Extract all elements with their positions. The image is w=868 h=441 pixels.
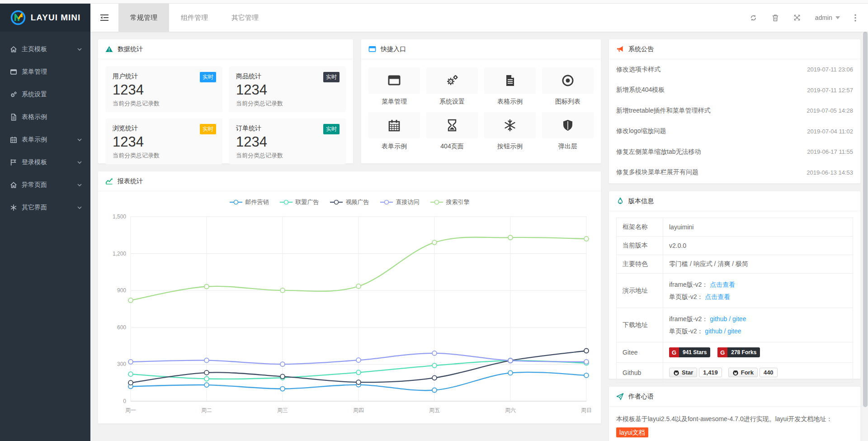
expand-arrows-icon	[793, 14, 801, 21]
download-spa-gitee-link[interactable]: gitee	[727, 327, 741, 335]
legend-item[interactable]: 邮件营销	[230, 198, 269, 206]
sidebar-item-label: 菜单管理	[22, 68, 82, 76]
legend-label: 视频广告	[346, 198, 369, 206]
calendar-icon	[10, 136, 17, 144]
legend-item[interactable]: 联盟广告	[280, 198, 319, 206]
download-address-label: 下载地址	[617, 308, 663, 342]
svg-text:周五: 周五	[429, 407, 440, 413]
version-card: 版本信息 框架名称layuimini 当前版本v2.0.0 主要特色零门槛 / …	[609, 191, 861, 379]
quick-entry-icon-list[interactable]: 图标列表	[542, 67, 594, 106]
quick-entry-label: 按钮示例	[484, 142, 536, 151]
quick-entry-label: 表单示例	[368, 142, 420, 151]
realtime-badge: 实时	[323, 124, 340, 134]
demo-spa-prefix: 单页版-v2：	[669, 293, 703, 300]
table-row: 主要特色零门槛 / 响应式 / 清爽 / 极简	[617, 255, 853, 274]
svg-text:1,200: 1,200	[113, 251, 126, 257]
notice-card: 系统公告 修改选项卡样式2019-07-11 23:06 新增系统404模板20…	[609, 39, 861, 184]
user-menu[interactable]: admin	[815, 14, 840, 21]
tab-general-manage[interactable]: 常规管理	[118, 4, 169, 32]
sidebar-item-menu-manage[interactable]: 菜单管理	[0, 61, 90, 83]
notice-date: 2019-07-05 14:28	[807, 107, 853, 114]
quick-entry-form-demo[interactable]: 表单示例	[368, 112, 420, 151]
notice-date: 2019-06-17 11:55	[807, 148, 853, 155]
github-fork-count[interactable]: 440	[760, 368, 778, 377]
quick-entry-popup-layer[interactable]: 弹出层	[542, 112, 594, 151]
refresh-button[interactable]	[750, 14, 757, 22]
github-fork-button[interactable]: Fork	[728, 368, 758, 377]
legend-item[interactable]: 视频广告	[330, 198, 369, 206]
download-iframe-github-link[interactable]: github	[710, 315, 727, 322]
stat-box-goods: 商品统计 实时 1234 当前分类总记录数	[229, 66, 346, 112]
github-star-label: Star	[682, 369, 693, 376]
gitee-label: Gitee	[617, 342, 663, 363]
collapse-sidebar-button[interactable]	[90, 4, 118, 32]
fire-icon	[616, 197, 624, 205]
fullscreen-button[interactable]	[793, 14, 801, 21]
notice-item[interactable]: 新增系统404模板2019-07-11 12:57	[609, 80, 860, 101]
sidebar-item-form-demo[interactable]: 表单示例	[0, 128, 90, 151]
tab-other-manage[interactable]: 其它管理	[220, 4, 270, 32]
svg-text:周三: 周三	[277, 407, 288, 413]
notice-text: 新增treetable插件和菜单管理样式	[616, 107, 710, 115]
trash-icon	[772, 14, 779, 22]
legend-item[interactable]: 直接访问	[380, 198, 420, 206]
quick-entry-button-demo[interactable]: 按钮示例	[484, 112, 536, 151]
chevron-down-icon	[77, 47, 82, 52]
notice-item[interactable]: 修改logo缩放问题2019-07-04 11:02	[609, 121, 860, 142]
quick-entry-card: 快捷入口 菜单管理 系统设置	[361, 39, 601, 164]
shield-icon	[561, 119, 575, 132]
logo[interactable]: LAYUI MINI	[0, 4, 90, 32]
layui-mini-logo-icon	[10, 9, 26, 26]
quick-entry-404-page[interactable]: 404页面	[426, 112, 478, 151]
more-menu-button[interactable]	[854, 14, 856, 22]
notice-item[interactable]: 修复左侧菜单缩放tab无法移动2019-06-17 11:55	[609, 142, 860, 162]
card-title: 快捷入口	[381, 45, 406, 53]
quick-entry-menu-manage[interactable]: 菜单管理	[368, 67, 420, 106]
top-strip	[0, 0, 868, 4]
legend-label: 邮件营销	[245, 198, 269, 206]
demo-iframe-link[interactable]: 点击查看	[710, 281, 735, 288]
download-iframe-prefix: iframe版-v2：	[669, 315, 708, 322]
gitee-forks-badge[interactable]: G278 Forks	[717, 347, 760, 357]
download-iframe-gitee-link[interactable]: gitee	[732, 315, 746, 322]
quick-entry-system-settings[interactable]: 系统设置	[426, 67, 478, 106]
notice-date: 2019-06-13 14:53	[807, 169, 853, 176]
notice-date: 2019-07-11 12:57	[807, 87, 853, 94]
sidebar-item-home-template[interactable]: 主页模板	[0, 38, 90, 61]
notice-item[interactable]: 修复多模块菜单栏展开有问题2019-06-13 14:53	[609, 162, 860, 183]
notice-item[interactable]: 修改选项卡样式2019-07-11 23:06	[609, 59, 860, 80]
layui-doc-badge[interactable]: layui文档	[616, 427, 648, 437]
tab-component-manage[interactable]: 组件管理	[169, 4, 220, 32]
sidebar-item-other-ui[interactable]: 其它界面	[0, 196, 90, 219]
github-star-button[interactable]: Star	[669, 368, 697, 377]
sidebar-item-system-settings[interactable]: 系统设置	[0, 83, 90, 106]
legend-item[interactable]: 搜索引擎	[430, 198, 470, 206]
notice-item[interactable]: 新增treetable插件和菜单管理样式2019-07-05 14:28	[609, 100, 860, 121]
gitee-stars-badge[interactable]: G941 Stars	[669, 347, 710, 357]
github-star-count[interactable]: 1,419	[699, 368, 722, 377]
stat-value: 1234	[236, 81, 339, 98]
scrollbar[interactable]	[863, 4, 868, 441]
window-icon	[368, 45, 376, 53]
download-spa-github-link[interactable]: github	[705, 327, 722, 335]
sidebar-item-table-demo[interactable]: 表格示例	[0, 106, 90, 128]
card-title: 报表统计	[118, 177, 143, 185]
separator: /	[722, 327, 728, 335]
clear-cache-button[interactable]	[772, 14, 779, 22]
warning-triangle-icon	[105, 45, 113, 53]
caret-down-icon	[835, 16, 840, 19]
notice-list: 修改选项卡样式2019-07-11 23:06 新增系统404模板2019-07…	[609, 59, 860, 183]
version-number-value: v2.0.0	[663, 237, 853, 255]
scrollbar-thumb[interactable]	[863, 32, 868, 407]
snowflake-icon	[503, 119, 517, 132]
demo-spa-link[interactable]: 点击查看	[705, 293, 730, 300]
sidebar-item-login-template[interactable]: 登录模板	[0, 151, 90, 174]
file-text-icon	[10, 113, 17, 121]
sidebar-item-error-pages[interactable]: 异常页面	[0, 174, 90, 196]
quick-entry-table-demo[interactable]: 表格示例	[484, 67, 536, 106]
svg-text:周日: 周日	[581, 407, 592, 413]
svg-text:1,500: 1,500	[113, 213, 126, 220]
demo-iframe-prefix: iframe版-v2：	[669, 281, 708, 288]
github-fork-label: Fork	[741, 369, 754, 376]
logo-title: LAYUI MINI	[31, 13, 81, 23]
